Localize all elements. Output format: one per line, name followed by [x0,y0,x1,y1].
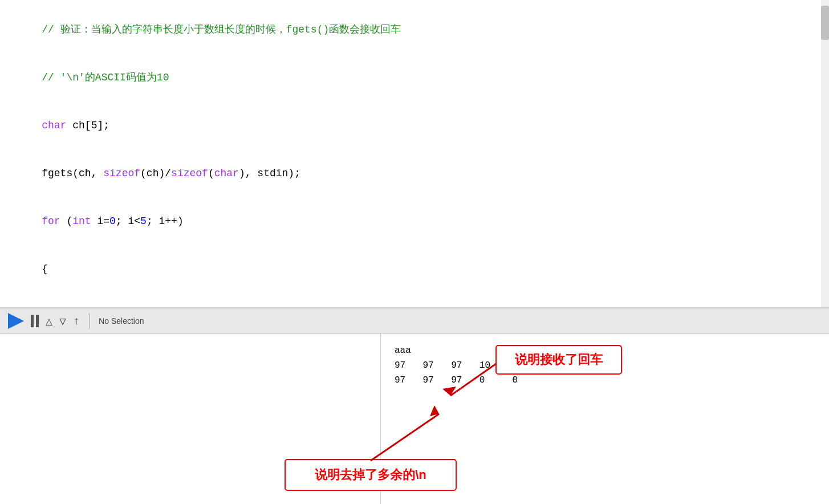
code-line-1: // 验证：当输入的字符串长度小于数组长度的时候，fgets()函数会接收回车 [17,6,818,54]
toolbar: △ ▽ ↑ No Selection [0,308,829,334]
code-line-7: printf("%d\t", ch[i]); [17,293,818,308]
left-panel [0,334,381,504]
scrollbar[interactable] [821,0,829,307]
pause-button[interactable] [31,315,39,327]
code-line-2: // '\n'的ASCII码值为10 [17,54,818,101]
code-line-5: for (int i=0; i<5; i++) [17,197,818,245]
code-line-3: char ch[5]; [17,101,818,149]
step-over-button[interactable]: △ [46,314,52,328]
code-line-4: fgets(ch, sizeof(ch)/sizeof(char), stdin… [17,149,818,197]
output-panel: aaa 97 97 97 10 0 97 97 97 0 0 [381,334,829,504]
code-line-6: { [17,245,818,293]
keyword-char: char [42,120,66,131]
play-icon [8,313,24,329]
toolbar-separator [89,313,90,329]
step-into-button[interactable]: ▽ [59,314,66,328]
step-over-icon: △ [46,314,52,328]
step-into-icon: ▽ [59,314,66,328]
comment-text-2: // '\n'的ASCII码值为10 [42,72,169,83]
no-selection-label: No Selection [99,316,144,326]
pause-icon [31,315,39,327]
step-out-button[interactable]: ↑ [73,315,80,328]
play-button[interactable] [8,313,24,329]
bottom-area: aaa 97 97 97 10 0 97 97 97 0 0 说明接收了回车 说… [0,334,829,504]
output-line-2: 97 97 97 10 0 [395,358,815,373]
comment-text-1: // 验证：当输入的字符串长度小于数组长度的时候，fgets()函数会接收回车 [42,24,401,35]
output-line-1: aaa [395,343,815,358]
output-line-3: 97 97 97 0 0 [395,373,815,388]
code-editor: // 验证：当输入的字符串长度小于数组长度的时候，fgets()函数会接收回车 … [0,0,829,308]
scrollbar-thumb[interactable] [821,6,829,40]
step-out-icon: ↑ [73,315,80,328]
